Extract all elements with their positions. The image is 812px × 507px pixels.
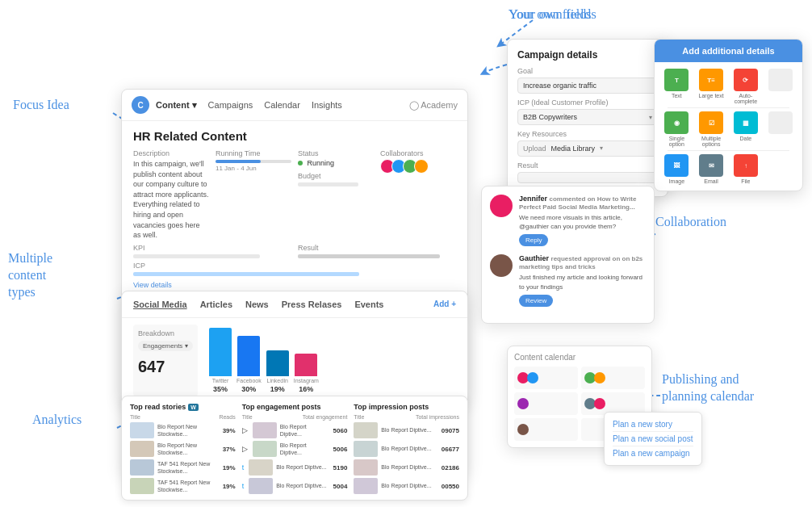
eng-num-2: 5006 (333, 446, 348, 453)
jennifer-action: commented on How to Write Perfect Paid S… (519, 195, 636, 211)
imp-row-4: Blo Report Diptive... 00550 (354, 478, 459, 494)
type-events[interactable]: Events (354, 300, 383, 309)
field-type-date[interactable]: ▦ Date (730, 111, 762, 147)
type-articles[interactable]: Articles (200, 300, 232, 309)
icp-dropdown-arrow: ▾ (649, 114, 652, 121)
imp-num-2: 06677 (442, 446, 459, 453)
imp-text-1: Blo Report Diptive... (381, 426, 437, 434)
nav-campaigns[interactable]: Campaigns (208, 100, 253, 111)
campaign-details-panel: Campaign details Goal Increase organic t… (507, 39, 668, 197)
nav-content[interactable]: Content ▾ (156, 100, 197, 111)
read-num-4: 19% (223, 483, 236, 490)
thumb-2 (130, 441, 154, 457)
wp-icon: W (188, 404, 199, 411)
calendar-title: Content calendar (514, 353, 645, 362)
imp-row-1: Blo Report Diptive... 09075 (354, 422, 459, 438)
field-type-image[interactable]: 🖼 Image (661, 154, 693, 184)
kpi-icp-section: KPI Result (133, 244, 456, 258)
collaborators-col: Collaborators (380, 149, 456, 241)
status-label: Status (298, 149, 374, 157)
collab-panel: Jennifer commented on How to Write Perfe… (481, 186, 655, 324)
jennifer-message: We need more visuals in this article, @g… (519, 213, 646, 231)
eng-thumb-4 (249, 478, 273, 494)
kpi-label: KPI (133, 244, 291, 252)
multiple-options-label: Multiple options (696, 136, 727, 147)
analytics-annotation: Analytics (32, 412, 82, 429)
linkedin-bar (266, 350, 289, 376)
icp-label: ICP (133, 262, 456, 270)
focus-idea-annotation: Focus Idea (13, 97, 69, 114)
reply-button[interactable]: Reply (519, 234, 548, 246)
field-type-large-text[interactable]: T≡ Large text (696, 69, 727, 104)
imp-num-4: 00550 (442, 483, 459, 490)
imp-thumb-2 (354, 441, 378, 457)
imp-total-header: Total impressions (416, 414, 459, 420)
status-dot (298, 161, 303, 166)
facebook-bar-group: Facebook 30% (236, 336, 262, 393)
eng-row-2: ▷ Blo Report Diptive... 5006 (242, 441, 348, 457)
twitter-bar-group: Twitter 35% (209, 328, 232, 393)
icp-input[interactable]: B2B Copywriters ▾ (517, 109, 658, 125)
field-type-empty2 (764, 111, 796, 147)
image-label: Image (669, 178, 684, 184)
engagement-filter[interactable]: Engagements ▾ (138, 341, 193, 351)
icp-panel-label: ICP (Ideal Customer Profile) (517, 98, 658, 107)
review-button[interactable]: Review (519, 295, 553, 307)
plan-social-post[interactable]: Plan a new social post (613, 432, 693, 446)
publishing-calendar-annotation: Publishing andplanning calendar (662, 371, 799, 405)
view-details[interactable]: View details (133, 281, 456, 289)
nav-insights[interactable]: Insights (312, 100, 342, 111)
field-type-file[interactable]: ↑ File (730, 154, 762, 184)
empty-icon2 (768, 111, 793, 134)
imp-thumb-3 (354, 459, 378, 476)
description-text: In this campaign, we'll publish content … (133, 159, 209, 241)
cal-av-2 (527, 372, 538, 383)
top-read-title: Top read stories W (130, 403, 236, 411)
play-icon-1: ▷ (242, 426, 248, 434)
email-label: Email (704, 178, 718, 184)
field-type-text[interactable]: T Text (661, 69, 693, 104)
upload-field[interactable]: Upload Media Library ▾ (517, 140, 658, 157)
eng-row-1: ▷ Blo Report Diptive... 5060 (242, 422, 348, 438)
budget-bar (298, 182, 358, 186)
gauthier-avatar (490, 254, 513, 277)
imp-title-header: Title (354, 414, 364, 420)
goal-input[interactable]: Increase organic traffic (517, 78, 658, 94)
email-field-icon: ✉ (699, 154, 723, 177)
cal-cell-3 (514, 392, 578, 415)
bottom-analytics: Top read stories W Title Reads Blo Repor… (121, 396, 468, 501)
field-type-email[interactable]: ✉ Email (696, 154, 727, 184)
collaboration-annotation: Collaboration (655, 214, 726, 231)
description-col: Description In this campaign, we'll publ… (133, 149, 209, 241)
multiple-content-types-annotation: Multiplecontenttypes (8, 250, 113, 300)
cal-cell-5 (514, 418, 578, 441)
nav-academy: ◯ Academy (409, 100, 458, 111)
running-time-bar (216, 160, 291, 163)
file-icon: ↑ (734, 154, 758, 177)
budget-label: Budget (298, 172, 374, 180)
large-text-icon: T≡ (699, 69, 723, 91)
type-news[interactable]: News (245, 300, 269, 309)
gauthier-action: requested approval on on b2s marketing t… (519, 255, 642, 270)
campaign-grid: Description In this campaign, we'll publ… (133, 149, 456, 241)
breakdown-label: Breakdown (138, 329, 193, 337)
type-social-media[interactable]: Social Media (133, 300, 187, 309)
nav-calendar[interactable]: Calendar (264, 100, 300, 111)
eng-num-3: 5190 (333, 464, 348, 471)
type-press-releases[interactable]: Press Relases (282, 300, 342, 309)
imp-thumb-4 (354, 478, 378, 494)
multiple-options-icon: ☑ (699, 111, 723, 134)
plan-story[interactable]: Plan a new story (613, 417, 693, 432)
field-type-single-option[interactable]: ◉ Single option (661, 111, 693, 147)
add-details-header: Add additional details (655, 40, 802, 62)
field-type-multiple-options[interactable]: ☑ Multiple options (696, 111, 727, 147)
imp-num-3: 02186 (442, 464, 459, 471)
eng-text-3: Blo Report Diptive... (276, 463, 329, 471)
add-button[interactable]: Add + (433, 300, 456, 309)
add-details-panel: Add additional details T Text T≡ Large t… (654, 39, 803, 191)
field-type-auto-complete[interactable]: ⟳ Auto-complete (730, 69, 762, 104)
your-own-fields-text: Your own fields (509, 6, 596, 23)
plan-campaign[interactable]: Plan a new campaign (613, 446, 693, 460)
result-label: Result (298, 244, 456, 252)
file-label: File (741, 178, 750, 184)
